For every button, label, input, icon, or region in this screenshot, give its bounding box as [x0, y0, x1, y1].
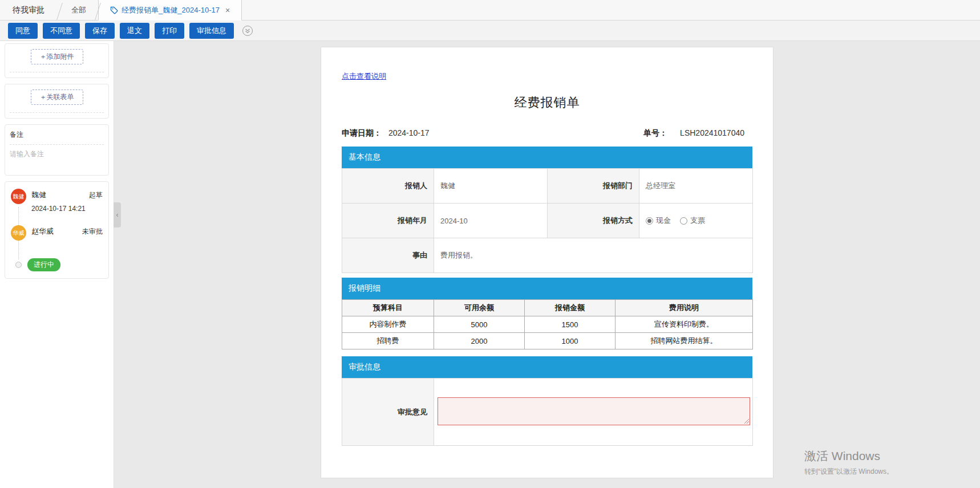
tab-all-label: 全部 — [71, 5, 86, 15]
flow-node-dot — [15, 262, 22, 268]
related-form-box-inner: ＋关联表单 — [10, 90, 104, 113]
detail-table: 预算科目 可用余额 报销金额 费用说明 内容制作费 5000 1500 宣传资料… — [342, 299, 753, 349]
flow-progress-row: 进行中 — [11, 258, 103, 271]
apply-date-group: 申请日期： 2024-10-17 — [342, 128, 430, 139]
cell-amount: 1500 — [525, 316, 615, 333]
sidebar: ＋添加附件 ＋关联表单 备注 魏健 魏健 起草 — [0, 41, 114, 488]
watermark-line1: 激活 Windows — [804, 448, 893, 464]
approval-table: 审批意见 — [342, 378, 753, 446]
table-row: 报销年月 2024-10 报销方式 现金 支票 — [342, 204, 753, 238]
dept-field[interactable]: 总经理室 — [639, 169, 753, 204]
opinion-cell — [434, 379, 753, 446]
flow-item-approver: 华威 赵华威 未审批 — [11, 226, 103, 242]
section-header-detail: 报销明细 — [342, 278, 752, 299]
serial-value: LSH20241017040 — [680, 128, 744, 137]
attachment-box-inner: ＋添加附件 — [10, 49, 104, 72]
avatar: 华威 — [11, 225, 26, 241]
agree-button[interactable]: 同意 — [8, 23, 38, 39]
windows-activation-watermark: 激活 Windows 转到“设置”以激活 Windows。 — [804, 448, 893, 477]
method-label: 报销方式 — [548, 204, 639, 238]
disagree-button[interactable]: 不同意 — [43, 23, 80, 39]
table-header-row: 预算科目 可用余额 报销金额 费用说明 — [342, 300, 753, 316]
opinion-textarea-wrap — [438, 397, 750, 425]
link-form-button[interactable]: ＋关联表单 — [31, 90, 83, 105]
flow-name: 赵华威 — [31, 226, 54, 237]
attachment-box: ＋添加附件 — [5, 43, 109, 78]
month-field[interactable]: 2024-10 — [434, 204, 548, 238]
flow-item-drafter: 魏健 魏健 起草 2024-10-17 14:21 — [11, 190, 103, 213]
col-header-desc: 费用说明 — [615, 300, 753, 316]
main-content: 点击查看说明 经费报销单 申请日期： 2024-10-17 单号： LSH202… — [114, 41, 980, 488]
col-header-amount: 报销金额 — [525, 300, 615, 316]
cell-amount: 1000 — [525, 333, 615, 349]
radio-unchecked-icon — [680, 217, 687, 225]
remark-box: 备注 — [5, 124, 109, 176]
status-badge: 进行中 — [27, 258, 60, 271]
flow-status: 起草 — [89, 190, 103, 200]
dept-label: 报销部门 — [548, 169, 639, 204]
radio-cheque[interactable]: 支票 — [680, 215, 705, 226]
apply-date-label: 申请日期： — [342, 128, 382, 137]
table-row: 事由 费用报销。 — [342, 238, 753, 273]
print-button[interactable]: 打印 — [155, 23, 184, 39]
reason-field[interactable]: 费用报销。 — [434, 238, 753, 273]
tab-bar: 待我审批 全部 经费报销单_魏健_2024-10-17 × — [0, 0, 980, 21]
section-header-approval: 审批信息 — [342, 356, 752, 378]
approval-info-button[interactable]: 审批信息 — [189, 23, 234, 39]
tab-document[interactable]: 经费报销单_魏健_2024-10-17 × — [98, 0, 242, 21]
table-row: 报销人 魏健 报销部门 总经理室 — [342, 169, 753, 204]
tag-icon — [110, 6, 118, 14]
serial-label: 单号： — [643, 128, 667, 139]
form-title: 经费报销单 — [342, 94, 752, 111]
module-title: 待我审批 — [0, 0, 59, 20]
tab-document-label: 经费报销单_魏健_2024-10-17 — [122, 5, 220, 15]
avatar: 魏健 — [11, 189, 26, 204]
flow-name: 魏健 — [31, 190, 46, 200]
apply-date-value: 2024-10-17 — [388, 128, 430, 137]
return-doc-button[interactable]: 退文 — [120, 23, 149, 39]
action-toolbar: 同意 不同意 保存 退文 打印 审批信息 — [0, 21, 980, 41]
radio-cheque-label: 支票 — [690, 215, 705, 226]
cell-desc: 招聘网站费用结算。 — [615, 333, 753, 349]
table-row: 招聘费 2000 1000 招聘网站费用结算。 — [342, 333, 753, 349]
reimburser-label: 报销人 — [342, 169, 434, 204]
chevron-double-down-icon[interactable] — [242, 25, 253, 36]
view-instructions-link[interactable]: 点击查看说明 — [342, 71, 386, 82]
sidebar-collapse-handle[interactable]: ‹ — [114, 202, 121, 227]
watermark-line2: 转到“设置”以激活 Windows。 — [804, 467, 893, 477]
table-row: 内容制作费 5000 1500 宣传资料印制费。 — [342, 316, 753, 333]
remark-label: 备注 — [10, 130, 104, 145]
cell-desc: 宣传资料印制费。 — [615, 316, 753, 333]
section-header-basic: 基本信息 — [342, 147, 752, 168]
approval-opinion-textarea[interactable] — [438, 397, 750, 425]
basic-info-table: 报销人 魏健 报销部门 总经理室 报销年月 2024-10 报销方式 — [342, 168, 753, 273]
reason-label: 事由 — [342, 238, 434, 273]
month-label: 报销年月 — [342, 204, 434, 238]
serial-group: 单号： LSH20241017040 — [643, 128, 752, 139]
col-header-subject: 预算科目 — [342, 300, 434, 316]
radio-checked-icon — [646, 217, 653, 225]
close-icon[interactable]: × — [225, 6, 230, 14]
add-attachment-button[interactable]: ＋添加附件 — [31, 49, 83, 64]
save-button[interactable]: 保存 — [85, 23, 115, 39]
related-form-box: ＋关联表单 — [5, 84, 109, 119]
page-body: ＋添加附件 ＋关联表单 备注 魏健 魏健 起草 — [0, 41, 980, 488]
form-page: 点击查看说明 经费报销单 申请日期： 2024-10-17 单号： LSH202… — [321, 47, 774, 478]
table-row: 审批意见 — [342, 379, 753, 446]
method-field: 现金 支票 — [639, 204, 753, 238]
remark-input[interactable] — [10, 145, 104, 170]
approval-flow-box: 魏健 魏健 起草 2024-10-17 14:21 华威 赵华威 未审批 — [5, 181, 109, 279]
cell-subject: 内容制作费 — [342, 316, 434, 333]
col-header-available: 可用余额 — [434, 300, 525, 316]
tab-all[interactable]: 全部 — [60, 0, 98, 20]
flow-time: 2024-10-17 14:21 — [31, 205, 103, 213]
flow-status: 未审批 — [82, 227, 103, 237]
opinion-label: 审批意见 — [342, 379, 434, 446]
radio-cash[interactable]: 现金 — [646, 215, 671, 226]
app-window: 待我审批 全部 经费报销单_魏健_2024-10-17 × 同意 不同意 保存 … — [0, 0, 980, 488]
form-meta-row: 申请日期： 2024-10-17 单号： LSH20241017040 — [342, 128, 752, 139]
reimburser-field[interactable]: 魏健 — [434, 169, 548, 204]
cell-available: 2000 — [434, 333, 525, 349]
cell-subject: 招聘费 — [342, 333, 434, 349]
radio-cash-label: 现金 — [656, 215, 671, 226]
